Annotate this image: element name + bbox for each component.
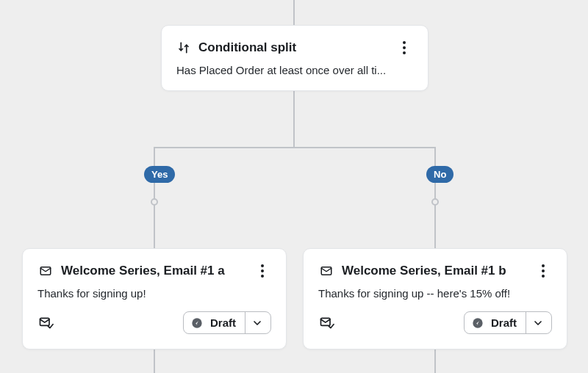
email-card-b[interactable]: Welcome Series, Email #1 b Thanks for si…: [303, 248, 567, 350]
draft-status-icon: [472, 317, 484, 329]
connector-line: [293, 91, 295, 147]
email-subject: Thanks for signing up!: [37, 287, 271, 300]
conditional-split-card[interactable]: Conditional split Has Placed Order at le…: [161, 25, 429, 91]
branch-label-no: No: [426, 166, 453, 183]
split-icon: [176, 41, 191, 54]
email-preview-icon[interactable]: [37, 316, 54, 330]
divider: [245, 312, 245, 333]
email-preview-icon[interactable]: [318, 316, 334, 330]
card-title: Welcome Series, Email #1 b: [342, 264, 527, 278]
more-vertical-icon: [542, 264, 545, 278]
chevron-down-icon: [532, 317, 544, 329]
connector-line: [434, 350, 436, 373]
card-title: Welcome Series, Email #1 a: [61, 264, 246, 278]
connector-line: [154, 147, 155, 248]
more-options-button[interactable]: [534, 262, 552, 280]
more-vertical-icon: [261, 264, 264, 278]
connector-line: [434, 147, 436, 248]
branch-label-yes: Yes: [144, 166, 175, 183]
status-dropdown[interactable]: Draft: [464, 311, 552, 334]
connector-line: [293, 0, 295, 25]
divider: [526, 312, 526, 333]
status-label: Draft: [488, 316, 520, 329]
flow-canvas: Yes No Conditional split Has Placed Orde…: [0, 0, 588, 373]
card-description: Has Placed Order at least once over all …: [176, 64, 413, 76]
status-dropdown[interactable]: Draft: [183, 311, 271, 334]
email-icon: [37, 264, 54, 278]
chevron-down-icon: [251, 317, 263, 329]
connector-line: [154, 350, 155, 373]
connector-node[interactable]: [431, 198, 439, 206]
more-vertical-icon: [403, 41, 406, 54]
draft-status-icon: [191, 317, 203, 329]
card-title: Conditional split: [198, 40, 388, 55]
email-icon: [318, 264, 334, 278]
email-subject: Thanks for signing up -- here's 15% off!: [318, 287, 552, 300]
status-label: Draft: [207, 316, 239, 329]
connector-line: [154, 147, 436, 148]
email-card-a[interactable]: Welcome Series, Email #1 a Thanks for si…: [22, 248, 287, 350]
connector-node[interactable]: [151, 198, 158, 206]
more-options-button[interactable]: [395, 39, 413, 57]
more-options-button[interactable]: [254, 262, 271, 280]
